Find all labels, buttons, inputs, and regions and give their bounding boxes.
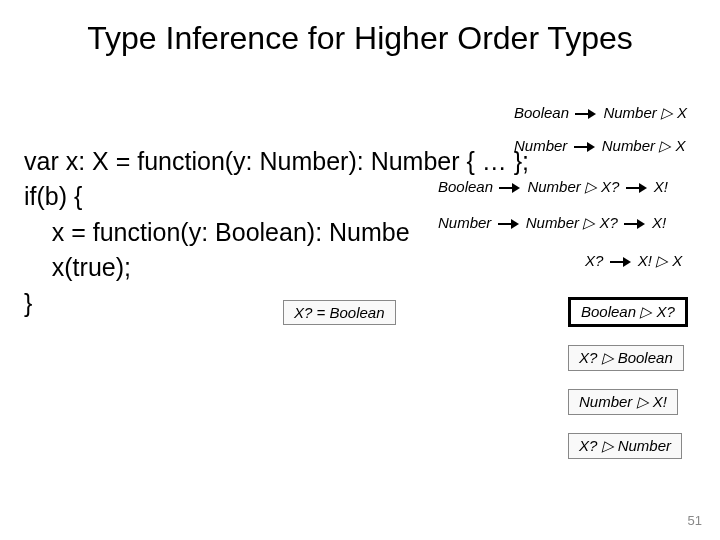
slide-number: 51 (688, 513, 702, 528)
arrow-icon (498, 219, 520, 229)
annot-2-right: Number ▷ X (602, 137, 686, 154)
constraint-box-3: X? ▷ Boolean (568, 345, 684, 371)
constraint-box-1: X? = Boolean (283, 300, 396, 325)
annot-2-left: Number (514, 137, 567, 154)
annot-1-right: Number ▷ X (603, 104, 687, 121)
constraint-box-5: X? ▷ Number (568, 433, 682, 459)
annot-4: Number Number ▷ X? X! (438, 214, 666, 232)
code-line-2: if(b) { (24, 182, 82, 210)
annot-3-right: X! (654, 178, 668, 195)
annot-5-left: X? (585, 252, 603, 269)
arrow-icon (575, 109, 597, 119)
constraint-box-4: Number ▷ X! (568, 389, 678, 415)
arrow-icon (610, 257, 632, 267)
annot-1-left: Boolean (514, 104, 569, 121)
arrow-icon (574, 142, 596, 152)
annot-3-left: Boolean (438, 178, 493, 195)
annot-5: X? X! ▷ X (585, 252, 682, 270)
arrow-icon (626, 183, 648, 193)
code-line-3: x = function(y: Boolean): Numbe (24, 218, 410, 246)
constraint-box-2: Boolean ▷ X? (568, 297, 688, 327)
annot-4-left: Number (438, 214, 491, 231)
arrow-icon (624, 219, 646, 229)
annot-2: Number Number ▷ X (514, 137, 685, 155)
arrow-icon (499, 183, 521, 193)
code-line-5: } (24, 289, 32, 317)
annot-3: Boolean Number ▷ X? X! (438, 178, 668, 196)
code-line-4: x(true); (24, 253, 131, 281)
annot-4-mid: Number ▷ X? (526, 214, 618, 231)
code-line-1: var x: X = function(y: Number): Number {… (24, 147, 529, 175)
annot-1: Boolean Number ▷ X (514, 104, 687, 122)
annot-3-mid: Number ▷ X? (527, 178, 619, 195)
annot-4-right: X! (652, 214, 666, 231)
page-title: Type Inference for Higher Order Types (0, 0, 720, 57)
annot-5-right: X! ▷ X (638, 252, 683, 269)
